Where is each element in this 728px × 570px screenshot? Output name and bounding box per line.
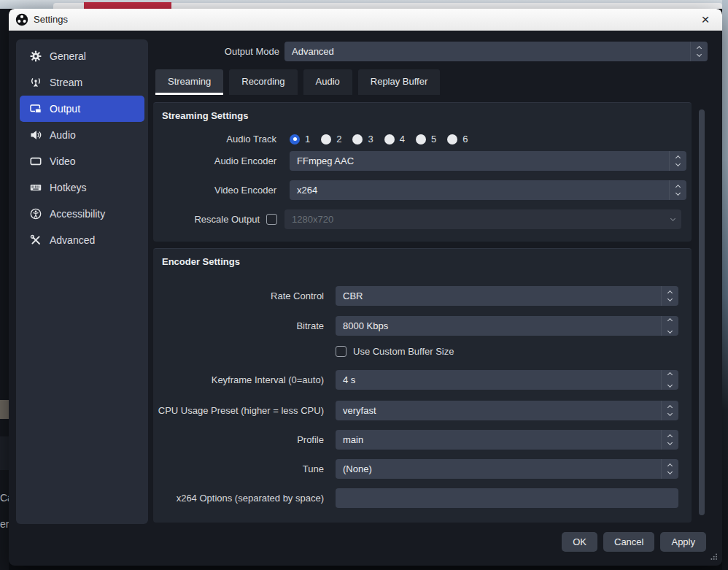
bitrate-row: Bitrate 8000 Kbps xyxy=(153,316,678,336)
audio-track-radio-3[interactable] xyxy=(352,134,363,145)
bitrate-spinbox[interactable]: 8000 Kbps xyxy=(336,316,678,336)
audio-track-radio-1[interactable] xyxy=(290,134,300,145)
group-title: Streaming Settings xyxy=(162,110,248,121)
audio-track-label: Audio Track xyxy=(153,134,283,145)
accessibility-icon xyxy=(30,208,42,220)
audio-encoder-label: Audio Encoder xyxy=(153,155,283,166)
keyframe-interval-spinbox[interactable]: 4 s xyxy=(336,370,678,390)
sidebar-item-output[interactable]: Output xyxy=(20,96,144,122)
sidebar-item-label: General xyxy=(50,50,86,62)
keyboard-icon xyxy=(30,182,42,193)
video-encoder-select[interactable]: x264 xyxy=(290,180,686,200)
sidebar-item-label: Accessibility xyxy=(50,208,105,220)
titlebar[interactable]: Settings × xyxy=(9,9,722,31)
x264-options-input[interactable] xyxy=(336,488,678,508)
audio-track-radio-4[interactable] xyxy=(384,134,395,145)
radio-label: 3 xyxy=(368,134,373,145)
tune-select[interactable]: (None) xyxy=(336,459,678,479)
chevron-updown-icon xyxy=(661,401,678,420)
audio-track-row: Audio Track 1 2 3 4 5 6 xyxy=(153,129,479,149)
audio-track-radio-6[interactable] xyxy=(447,134,457,145)
chevron-updown-icon xyxy=(669,151,686,171)
custom-buffer-label: Use Custom Buffer Size xyxy=(353,346,454,357)
rate-control-row: Rate Control CBR xyxy=(153,286,678,306)
chevron-down-icon xyxy=(664,209,681,229)
display-icon xyxy=(30,155,42,167)
spinner-arrows-icon[interactable] xyxy=(661,370,678,390)
cpu-preset-select[interactable]: veryfast xyxy=(336,401,678,420)
rate-control-select[interactable]: CBR xyxy=(336,286,678,306)
bitrate-value: 8000 Kbps xyxy=(336,316,661,336)
rescale-output-label: Rescale Output xyxy=(153,214,266,225)
profile-row: Profile main xyxy=(153,430,678,450)
audio-track-radio-2[interactable] xyxy=(321,134,331,145)
sidebar-item-stream[interactable]: Stream xyxy=(20,69,144,96)
close-button[interactable]: × xyxy=(694,9,716,31)
keyframe-interval-value: 4 s xyxy=(336,370,661,390)
screen-share-icon xyxy=(30,103,42,115)
cancel-button[interactable]: Cancel xyxy=(603,532,654,552)
background-window-left: Ca er xyxy=(0,9,9,570)
cpu-preset-value: veryfast xyxy=(336,401,661,420)
vertical-scrollbar[interactable] xyxy=(699,109,705,515)
cpu-preset-label: CPU Usage Preset (higher = less CPU) xyxy=(153,405,330,416)
desktop-background-right xyxy=(722,0,728,570)
sidebar-item-advanced[interactable]: Advanced xyxy=(20,227,144,253)
sidebar-item-hotkeys[interactable]: Hotkeys xyxy=(20,174,144,201)
output-mode-select[interactable]: Advanced xyxy=(284,42,708,61)
tune-row: Tune (None) xyxy=(153,459,678,479)
keyframe-interval-label: Keyframe Interval (0=auto) xyxy=(153,374,330,385)
chevron-updown-icon xyxy=(661,430,678,450)
background-red-tab-fragment xyxy=(84,2,171,9)
tab-replay-buffer[interactable]: Replay Buffer xyxy=(358,69,441,95)
background-text-fragment: Ca xyxy=(0,492,9,504)
custom-buffer-checkbox[interactable] xyxy=(336,346,346,357)
resize-grip[interactable] xyxy=(710,552,718,561)
sidebar-item-accessibility[interactable]: Accessibility xyxy=(20,201,144,227)
window-title: Settings xyxy=(34,14,68,25)
rescale-output-checkbox[interactable] xyxy=(266,214,277,225)
sidebar-item-label: Audio xyxy=(50,129,76,141)
chevron-updown-icon xyxy=(690,42,708,61)
rescale-resolution-value: 1280x720 xyxy=(284,209,664,229)
obs-logo-icon xyxy=(15,13,28,26)
rescale-output-row: Rescale Output 1280x720 xyxy=(153,209,681,229)
background-text-fragment: er xyxy=(0,518,9,530)
gear-icon xyxy=(30,50,42,62)
video-encoder-value: x264 xyxy=(290,180,669,200)
sidebar-item-label: Hotkeys xyxy=(50,182,87,193)
radio-label: 6 xyxy=(462,134,468,145)
audio-encoder-row: Audio Encoder FFmpeg AAC xyxy=(153,151,686,171)
tools-icon xyxy=(30,234,42,246)
tab-recording[interactable]: Recording xyxy=(229,69,297,95)
sidebar-item-general[interactable]: General xyxy=(20,43,144,69)
radio-label: 5 xyxy=(431,134,436,145)
profile-select[interactable]: main xyxy=(336,430,678,450)
radio-label: 1 xyxy=(305,134,310,145)
sidebar-item-audio[interactable]: Audio xyxy=(20,122,144,148)
rate-control-value: CBR xyxy=(336,286,661,306)
group-title: Encoder Settings xyxy=(162,256,240,267)
sidebar-item-label: Advanced xyxy=(50,234,95,246)
audio-encoder-select[interactable]: FFmpeg AAC xyxy=(290,151,686,171)
apply-button[interactable]: Apply xyxy=(660,532,706,552)
custom-buffer-row: Use Custom Buffer Size xyxy=(336,344,454,358)
tab-streaming[interactable]: Streaming xyxy=(155,69,223,95)
keyframe-interval-row: Keyframe Interval (0=auto) 4 s xyxy=(153,370,678,390)
ok-button[interactable]: OK xyxy=(562,532,597,552)
spinner-arrows-icon[interactable] xyxy=(661,316,678,336)
rescale-resolution-select[interactable]: 1280x720 xyxy=(284,209,681,229)
settings-window: Settings × General xyxy=(9,9,722,566)
bitrate-label: Bitrate xyxy=(153,320,330,331)
encoder-settings-group: Encoder Settings Rate Control CBR Bitrat… xyxy=(153,248,692,523)
sidebar-item-label: Video xyxy=(50,155,76,167)
audio-track-radio-5[interactable] xyxy=(416,134,426,145)
sidebar-item-video[interactable]: Video xyxy=(20,148,144,174)
x264-options-row: x264 Options (separated by space) xyxy=(153,488,678,508)
speaker-icon xyxy=(30,129,42,141)
audio-encoder-value: FFmpeg AAC xyxy=(290,151,669,171)
tab-audio[interactable]: Audio xyxy=(303,69,352,95)
cpu-preset-row: CPU Usage Preset (higher = less CPU) ver… xyxy=(153,401,678,420)
background-panel-fragment xyxy=(0,436,9,470)
video-encoder-label: Video Encoder xyxy=(153,185,283,196)
